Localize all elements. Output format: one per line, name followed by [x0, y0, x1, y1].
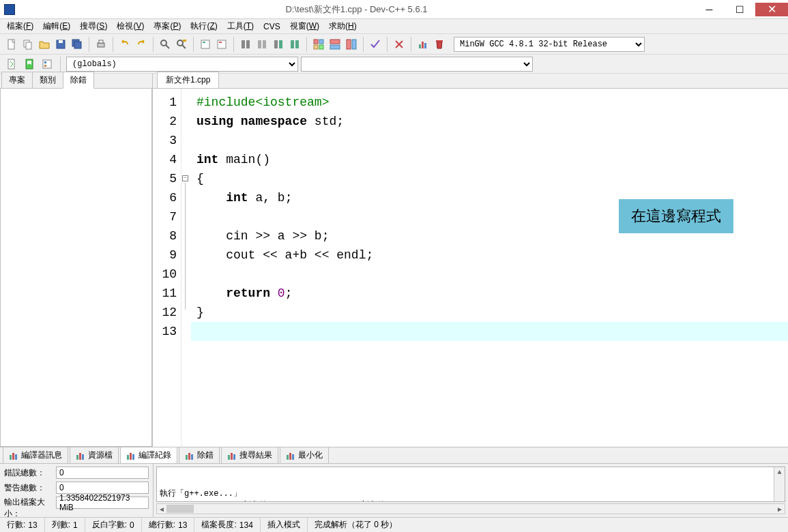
- bottom-tabbar: 編譯器訊息資源檔編譯紀錄除錯搜尋結果最小化: [0, 447, 788, 464]
- check-syntax-button[interactable]: [368, 37, 383, 52]
- navigation-toolbar: (globals): [0, 55, 788, 74]
- profile-button[interactable]: [287, 37, 302, 52]
- compiler-selector[interactable]: MinGW GCC 4.8.1 32-bit Release: [454, 37, 645, 52]
- run-button[interactable]: [214, 37, 229, 52]
- goto-line-button[interactable]: [40, 57, 55, 72]
- scope-selector[interactable]: (globals): [66, 57, 298, 72]
- redo-button[interactable]: [134, 37, 149, 52]
- save-all-button[interactable]: [70, 37, 85, 52]
- fold-toggle[interactable]: −: [182, 175, 188, 181]
- svg-rect-54: [231, 453, 233, 460]
- scroll-thumb[interactable]: [166, 505, 194, 513]
- editor-tab[interactable]: 新文件1.cpp: [157, 72, 219, 88]
- cascade-button[interactable]: [344, 37, 359, 52]
- member-selector[interactable]: [301, 57, 533, 72]
- menu-item[interactable]: 搜尋(S): [76, 19, 111, 33]
- goto-file-button[interactable]: [4, 57, 19, 72]
- menu-item[interactable]: CVS: [259, 20, 284, 33]
- print-button[interactable]: [93, 37, 108, 52]
- svg-rect-45: [79, 453, 81, 460]
- output-vscrollbar[interactable]: ▲: [774, 467, 785, 501]
- status-line: 行數:13: [0, 518, 45, 532]
- bottom-tab[interactable]: 資源檔: [70, 447, 119, 464]
- new-file-button[interactable]: [4, 37, 19, 52]
- svg-rect-51: [188, 453, 190, 460]
- new-project-button[interactable]: [20, 37, 35, 52]
- bottom-tab[interactable]: 編譯器訊息: [3, 447, 68, 464]
- close-button[interactable]: ✕: [755, 3, 788, 16]
- svg-rect-24: [314, 40, 318, 44]
- status-parse: 完成解析（花了 0 秒）: [308, 518, 788, 532]
- menu-item[interactable]: 檢視(V): [113, 19, 148, 33]
- maximize-button[interactable]: ☐: [725, 3, 755, 16]
- output-text[interactable]: 執行「g++.exe...」g++.exe "D:\test\新文件1.cpp"…: [156, 467, 785, 502]
- rebuild-button[interactable]: [254, 37, 269, 52]
- left-tab[interactable]: 專案: [1, 72, 33, 88]
- svg-rect-44: [76, 455, 78, 460]
- bottom-panel: 編譯器訊息資源檔編譯紀錄除錯搜尋結果最小化 錯誤總數： 0 警告總數： 0 輸出…: [0, 447, 788, 517]
- window-title: D:\test\新文件1.cpp - Dev-C++ 5.6.1: [19, 3, 694, 16]
- svg-rect-56: [287, 455, 289, 460]
- scroll-left-arrow[interactable]: ◄: [157, 504, 166, 514]
- bookmark-button[interactable]: [22, 57, 37, 72]
- menu-item[interactable]: 執行(Z): [186, 19, 221, 33]
- code-editor[interactable]: 12345678910111213 − #include<iostream>us…: [153, 89, 788, 447]
- left-tab[interactable]: 除錯: [63, 72, 94, 89]
- bottom-tab[interactable]: 最小化: [280, 447, 329, 464]
- output-hscrollbar[interactable]: ◄ ►: [156, 503, 785, 514]
- tile-v-button[interactable]: [327, 37, 342, 52]
- undo-button[interactable]: [117, 37, 132, 52]
- open-button[interactable]: [37, 37, 52, 52]
- errors-value: 0: [56, 467, 149, 479]
- clear-button[interactable]: [392, 37, 407, 52]
- replace-button[interactable]: [174, 37, 189, 52]
- app-icon: [0, 0, 19, 19]
- menu-item[interactable]: 檔案(F): [3, 19, 38, 33]
- svg-rect-11: [183, 40, 186, 42]
- size-label: 輸出檔案大小：: [4, 497, 53, 520]
- menu-bar: 檔案(F)編輯(E)搜尋(S)檢視(V)專案(P)執行(Z)工具(T)CVS視窗…: [0, 19, 788, 34]
- status-len: 檔案長度:134: [194, 518, 260, 532]
- svg-rect-0: [8, 40, 14, 49]
- code-area[interactable]: #include<iostream>using namespace std; i…: [191, 89, 788, 447]
- status-mode: 插入模式: [261, 518, 308, 532]
- status-bar: 行數:13 列數:1 反白字數:0 總行數:13 檔案長度:134 插入模式 完…: [0, 517, 788, 532]
- editor-tabbar: 新文件1.cpp: [153, 74, 788, 89]
- compile-run-button[interactable]: [238, 37, 253, 52]
- svg-rect-57: [289, 453, 291, 460]
- svg-rect-35: [436, 40, 443, 42]
- fold-gutter[interactable]: −: [181, 89, 191, 447]
- svg-rect-49: [132, 454, 134, 460]
- svg-rect-28: [330, 40, 340, 44]
- minimize-button[interactable]: ─: [694, 3, 725, 16]
- svg-rect-42: [12, 453, 14, 460]
- left-panel-body[interactable]: [0, 89, 152, 447]
- find-button[interactable]: [158, 37, 173, 52]
- svg-rect-50: [186, 455, 188, 460]
- menu-item[interactable]: 專案(P): [149, 19, 185, 33]
- menu-item[interactable]: 求助(H): [325, 19, 361, 33]
- debug-button[interactable]: [271, 37, 286, 52]
- svg-rect-2: [26, 42, 31, 49]
- svg-rect-40: [44, 65, 46, 67]
- menu-item[interactable]: 視窗(W): [286, 19, 323, 33]
- left-panel: 專案類別除錯: [0, 74, 153, 447]
- svg-rect-20: [274, 40, 278, 48]
- svg-rect-32: [419, 44, 421, 48]
- left-tab[interactable]: 類別: [32, 72, 63, 88]
- svg-rect-55: [233, 454, 235, 460]
- chart-button[interactable]: [415, 37, 431, 52]
- svg-rect-27: [319, 45, 323, 49]
- scroll-right-arrow[interactable]: ►: [775, 504, 785, 514]
- compile-button[interactable]: [198, 37, 213, 52]
- warnings-label: 警告總數：: [4, 482, 53, 494]
- tile-h-button[interactable]: [311, 37, 326, 52]
- bottom-tab[interactable]: 搜尋結果: [221, 447, 278, 464]
- menu-item[interactable]: 工具(T): [223, 19, 258, 33]
- trash-button[interactable]: [432, 37, 447, 52]
- svg-rect-21: [279, 40, 282, 48]
- bottom-tab[interactable]: 編譯紀錄: [120, 447, 177, 464]
- menu-item[interactable]: 編輯(E): [39, 19, 74, 33]
- bottom-tab[interactable]: 除錯: [179, 447, 220, 464]
- save-button[interactable]: [53, 37, 68, 52]
